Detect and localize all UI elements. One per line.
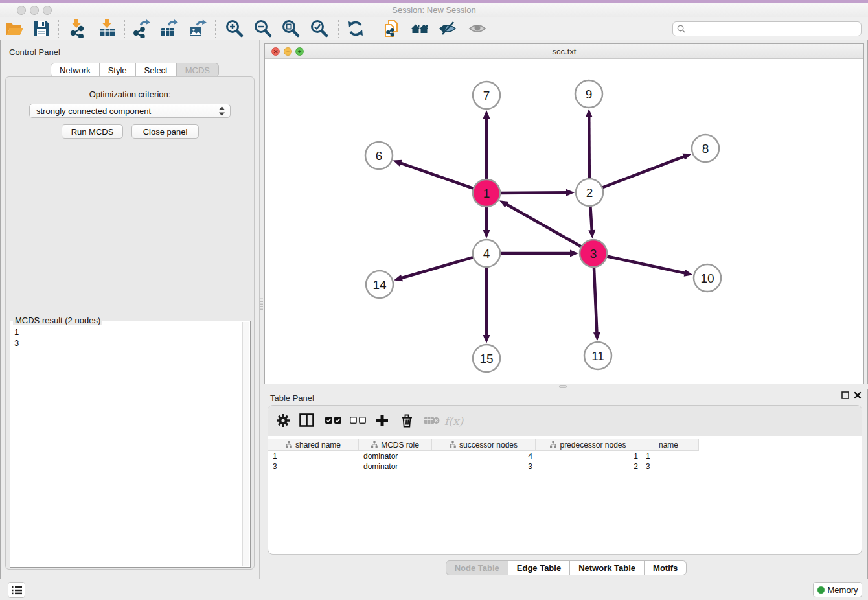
export-table-icon[interactable] [159,19,179,38]
table-row[interactable]: 3dominator323 [268,461,699,472]
tab-edge-table[interactable]: Edge Table [508,560,570,575]
mcds-result-item[interactable]: 3 [14,338,246,349]
import-network-icon[interactable] [67,19,87,38]
column-header-label: MCDS role [381,441,419,450]
control-panel-tabs: NetworkStyleSelectMCDS [51,63,219,77]
search-box[interactable] [672,21,862,36]
clone-network-icon[interactable] [382,19,401,38]
mcds-result-list[interactable]: 13 [10,321,250,349]
tab-network-table[interactable]: Network Table [570,560,645,575]
table-panel-float-icon[interactable] [841,391,849,400]
table-header-row: shared nameMCDS rolesuccessor nodesprede… [268,439,699,451]
refresh-icon[interactable] [346,19,365,38]
table-cell[interactable]: 4 [432,451,536,461]
zoom-out-icon[interactable] [253,19,273,38]
graph-edge-1-2[interactable] [499,192,567,193]
memory-status-icon [817,586,825,594]
toolbar-separator [374,20,374,38]
edge-arrowhead [586,109,593,117]
table-cell[interactable]: 1 [536,451,641,461]
main-toolbar [0,17,868,40]
table-cell[interactable]: 3 [432,461,536,472]
result-scrollbar[interactable] [242,322,249,566]
splitter-grip[interactable] [559,385,567,388]
hierarchy-icon [450,441,456,450]
mcds-result-box: MCDS result (2 nodes) 13 [10,321,251,568]
mcds-result-item[interactable]: 1 [14,327,246,338]
column-header-label: successor nodes [459,441,518,450]
graph-edge-1-6[interactable] [400,163,475,189]
network-canvas[interactable]: 7968124314101511 [265,59,863,384]
graph-edge-3-10[interactable] [606,256,686,273]
graph-edge-3-1[interactable] [506,204,583,248]
tab-mcds[interactable]: MCDS [177,63,219,77]
mcds-panel: Optimization criterion: strongly connect… [5,76,255,570]
table-cell[interactable]: 3 [641,461,696,472]
gear-icon[interactable] [276,413,290,429]
export-image-icon[interactable] [188,19,207,38]
run-mcds-button[interactable]: Run MCDS [62,124,123,139]
home-houses-icon[interactable] [410,19,429,38]
table-row[interactable]: 1dominator411 [268,451,699,461]
column-header-predecessor-nodes[interactable]: predecessor nodes [536,439,641,450]
graph-edge-3-11[interactable] [594,266,597,334]
column-header-successor-nodes[interactable]: successor nodes [432,439,536,450]
network-window-titlebar[interactable]: ✕ − + scc.txt [265,44,863,59]
node-label-10: 10 [700,271,714,285]
vertical-splitter[interactable] [259,40,264,579]
graph-edge-4-14[interactable] [401,257,475,278]
save-icon[interactable] [32,19,51,38]
horizontal-splitter[interactable] [264,384,868,389]
table-panel-close-icon[interactable] [853,391,862,400]
node-label-6: 6 [376,149,383,163]
table-cell[interactable]: dominator [359,451,432,461]
control-panel: Control Panel NetworkStyleSelectMCDS Opt… [0,40,259,579]
open-folder-icon[interactable] [5,19,24,38]
edge-arrowhead [393,160,402,167]
select-all-checkboxes-icon[interactable] [325,413,342,429]
table-cell[interactable]: 1 [641,451,696,461]
tab-network[interactable]: Network [51,63,100,77]
graph-edge-2-3[interactable] [590,205,592,231]
node-label-7: 7 [483,89,490,102]
split-columns-icon[interactable] [299,413,314,429]
table-cell[interactable]: dominator [359,461,432,472]
eye-hidden-icon[interactable] [438,19,457,38]
splitter-grip[interactable] [260,297,263,311]
task-list-icon[interactable] [8,582,25,598]
column-header-label: shared name [295,441,341,450]
eye-visible-icon[interactable] [468,19,487,38]
trash-icon[interactable] [400,413,413,429]
zoom-fit-icon[interactable] [281,19,301,38]
function-builder-icon[interactable]: f(x) [444,413,463,429]
table-cell[interactable]: 2 [536,461,641,472]
column-header-name[interactable]: name [641,439,696,450]
memory-button[interactable]: Memory [813,582,862,597]
table-cell[interactable]: 1 [268,451,359,461]
table-panel-title: Table Panel [270,393,314,403]
export-network-icon[interactable] [131,19,151,38]
criterion-dropdown[interactable]: strongly connected component [29,104,231,118]
network-graph[interactable]: 7968124314101511 [265,59,863,384]
graph-edge-2-8[interactable] [601,156,685,188]
import-table-icon[interactable] [98,19,117,38]
close-panel-button[interactable]: Close panel [131,124,199,139]
node-label-15: 15 [479,352,493,365]
zoom-selected-icon[interactable] [310,19,329,38]
tab-select[interactable]: Select [136,63,177,77]
tab-motifs[interactable]: Motifs [645,560,687,575]
node-label-4: 4 [483,247,490,260]
table-cell[interactable]: 3 [268,461,359,472]
add-column-icon[interactable] [376,413,389,429]
network-view-window: ✕ − + scc.txt 7968124314101511 [264,43,864,384]
delete-table-icon[interactable] [424,413,440,429]
column-header-MCDS-role[interactable]: MCDS role [359,439,432,450]
tab-node-table[interactable]: Node Table [446,560,508,575]
node-table[interactable]: shared nameMCDS rolesuccessor nodesprede… [268,439,862,472]
search-input[interactable] [688,24,857,34]
deselect-checkboxes-icon[interactable] [350,413,367,429]
graph-edge-2-9[interactable] [589,116,589,180]
column-header-shared-name[interactable]: shared name [268,439,359,450]
zoom-in-icon[interactable] [225,19,244,38]
tab-style[interactable]: Style [100,63,136,77]
